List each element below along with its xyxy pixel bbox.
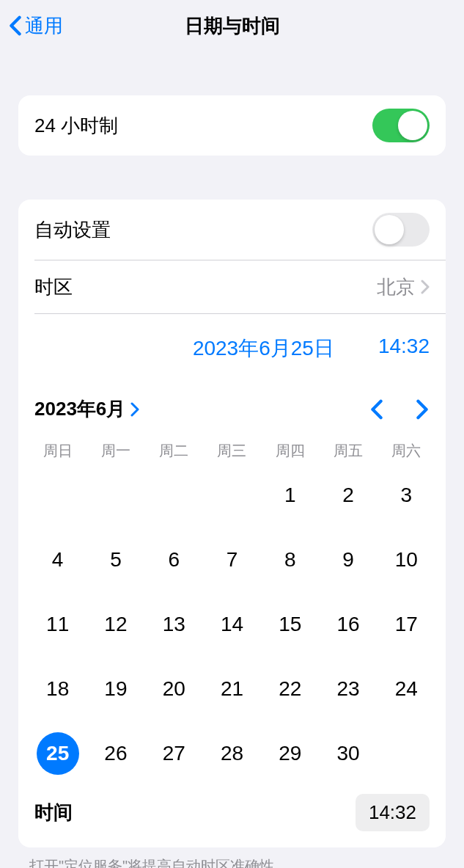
timezone-value: 北京 <box>377 274 415 300</box>
day-cell[interactable]: 24 <box>378 669 435 709</box>
day-cell[interactable]: 26 <box>86 734 144 773</box>
day-cell[interactable]: 15 <box>261 605 319 644</box>
day-cell[interactable]: 29 <box>261 734 319 773</box>
chevron-right-icon <box>130 402 140 417</box>
auto-set-row: 自动设置 <box>18 200 446 260</box>
auto-set-toggle[interactable] <box>372 213 430 247</box>
day-cell[interactable]: 25 <box>29 734 86 773</box>
weekday-header: 周一 <box>86 438 144 464</box>
toggle-knob <box>375 215 404 244</box>
day-cell-empty <box>29 475 86 515</box>
twenty-four-hour-row: 24 小时制 <box>18 95 446 156</box>
day-cell[interactable]: 9 <box>319 540 377 580</box>
day-cell[interactable]: 23 <box>319 669 377 709</box>
day-cell[interactable]: 19 <box>86 669 144 709</box>
day-cell[interactable]: 21 <box>203 669 261 709</box>
day-cell[interactable]: 30 <box>319 734 377 773</box>
selected-date-display[interactable]: 2023年6月25日 <box>193 335 334 362</box>
day-cell[interactable]: 28 <box>203 734 261 773</box>
next-month-button[interactable] <box>415 399 430 420</box>
twenty-four-hour-toggle[interactable] <box>372 109 430 142</box>
day-cell[interactable]: 27 <box>145 734 203 773</box>
day-cell[interactable]: 14 <box>203 605 261 644</box>
time-label: 时间 <box>34 800 73 825</box>
day-cell[interactable]: 4 <box>29 540 86 580</box>
day-cell[interactable]: 3 <box>378 475 435 515</box>
twenty-four-hour-label: 24 小时制 <box>34 113 118 139</box>
back-label: 通用 <box>25 13 63 39</box>
day-cell-empty <box>145 475 203 515</box>
day-cell-empty <box>203 475 261 515</box>
day-cell[interactable]: 10 <box>378 540 435 580</box>
prev-month-button[interactable] <box>369 399 384 420</box>
day-cell-empty <box>86 475 144 515</box>
weekday-header: 周四 <box>261 438 319 464</box>
chevron-left-icon <box>9 15 22 36</box>
timezone-label: 时区 <box>34 274 73 300</box>
month-label-text: 2023年6月 <box>34 396 125 422</box>
footer-note: 打开"定位服务"将提高自动时区准确性。 <box>0 847 464 868</box>
chevron-left-icon <box>369 399 384 420</box>
day-cell[interactable]: 6 <box>145 540 203 580</box>
page-title: 日期与时间 <box>185 13 280 39</box>
weekday-header: 周日 <box>29 438 86 464</box>
back-button[interactable]: 通用 <box>9 13 63 39</box>
day-cell[interactable]: 8 <box>261 540 319 580</box>
day-cell[interactable]: 16 <box>319 605 377 644</box>
weekday-header: 周五 <box>319 438 377 464</box>
day-cell[interactable]: 7 <box>203 540 261 580</box>
weekday-header: 周三 <box>203 438 261 464</box>
day-cell[interactable]: 18 <box>29 669 86 709</box>
auto-set-label: 自动设置 <box>34 217 111 243</box>
chevron-right-icon <box>415 399 430 420</box>
day-cell[interactable]: 12 <box>86 605 144 644</box>
timezone-row[interactable]: 时区 北京 <box>18 260 446 313</box>
day-cell[interactable]: 13 <box>145 605 203 644</box>
weekday-header: 周六 <box>378 438 435 464</box>
month-selector[interactable]: 2023年6月 <box>34 396 140 422</box>
weekday-header: 周二 <box>145 438 203 464</box>
day-cell[interactable]: 17 <box>378 605 435 644</box>
toggle-knob <box>398 111 427 140</box>
day-cell[interactable]: 11 <box>29 605 86 644</box>
day-cell[interactable]: 22 <box>261 669 319 709</box>
day-cell[interactable]: 1 <box>261 475 319 515</box>
day-cell[interactable]: 2 <box>319 475 377 515</box>
day-cell[interactable]: 5 <box>86 540 144 580</box>
day-cell[interactable]: 20 <box>145 669 203 709</box>
chevron-right-icon <box>421 280 430 294</box>
time-picker-button[interactable]: 14:32 <box>356 794 430 831</box>
selected-time-display[interactable]: 14:32 <box>378 335 430 362</box>
